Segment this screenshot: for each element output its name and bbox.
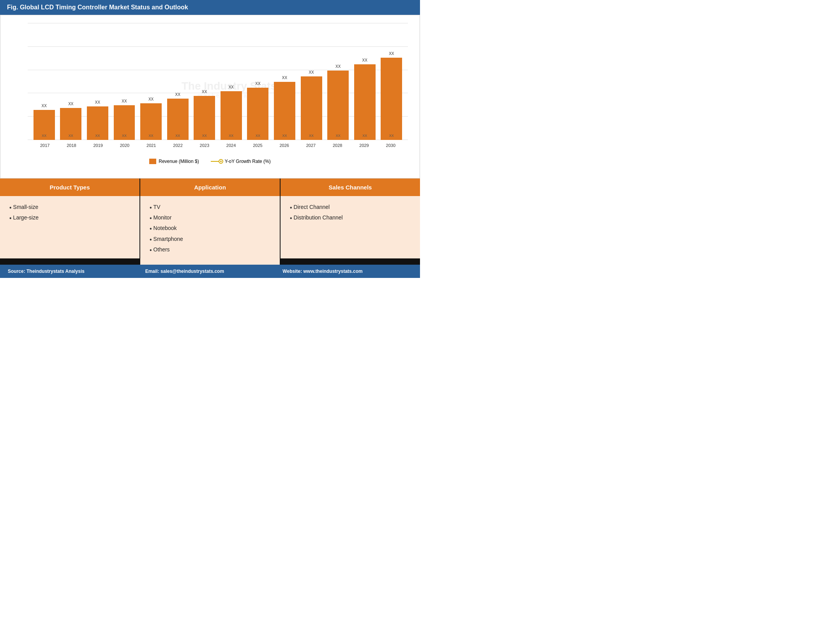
legend-line-label: Y-oY Growth Rate (%) — [225, 159, 271, 164]
x-axis-label: 2028 — [324, 143, 351, 148]
bullet: • — [150, 225, 152, 232]
svg-point-5 — [175, 96, 179, 100]
panel-body-application: •TV•Monitor•Notebook•Smartphone•Others — [140, 196, 280, 265]
svg-point-4 — [148, 101, 152, 104]
x-axis-label: 2021 — [138, 143, 164, 148]
legend-bar-icon — [149, 159, 156, 164]
panel-item-text: Small-size — [13, 204, 39, 210]
x-axis-label: 2030 — [378, 143, 404, 148]
panel-item-text: Notebook — [154, 225, 177, 231]
svg-point-10 — [311, 71, 315, 75]
x-axis-label: 2025 — [244, 143, 271, 148]
bullet: • — [150, 204, 152, 211]
bullet: • — [150, 246, 152, 254]
x-axis-label: 2026 — [271, 143, 298, 148]
panel-item: •Direct Channel — [290, 204, 411, 211]
x-axis-label: 2029 — [351, 143, 377, 148]
x-axis-label: 2027 — [298, 143, 324, 148]
bullet: • — [290, 204, 292, 211]
svg-point-0 — [39, 112, 43, 116]
x-axis-label: 2020 — [111, 143, 138, 148]
panel-item: •Monitor — [150, 214, 270, 222]
legend-line: Y-oY Growth Rate (%) — [211, 159, 271, 164]
footer-source: Source: Theindustrystats Analysis — [8, 269, 138, 274]
panel-item: •Large-size — [9, 214, 130, 222]
footer-email-label: Email: — [145, 269, 159, 274]
panel-sales-channels: Sales Channels•Direct Channel•Distributi… — [281, 179, 420, 265]
panel-item: •Smartphone — [150, 236, 270, 243]
panel-body-sales-channels: •Direct Channel•Distribution Channel — [281, 196, 420, 258]
svg-point-7 — [229, 87, 233, 90]
chart-area: The Industry Stats market research XXXXX… — [0, 15, 420, 179]
panel-item: •Small-size — [9, 204, 130, 211]
panel-item-text: Direct Channel — [294, 204, 330, 210]
panel-item: •Distribution Channel — [290, 214, 411, 222]
legend-bar-label: Revenue (Million $) — [159, 159, 199, 164]
footer-email: Email: sales@theindustrystats.com — [145, 269, 275, 274]
footer: Source: Theindustrystats Analysis Email:… — [0, 265, 420, 278]
chart-legend: Revenue (Million $) Y-oY Growth Rate (%) — [12, 159, 408, 164]
footer-website: Website: www.theindustrystats.com — [282, 269, 412, 274]
panel-item-text: TV — [154, 204, 161, 210]
svg-point-6 — [202, 91, 206, 95]
svg-point-12 — [365, 60, 369, 64]
bullet: • — [9, 204, 12, 211]
panel-header-application: Application — [140, 179, 280, 196]
bottom-panels: Product Types•Small-size•Large-sizeAppli… — [0, 179, 420, 265]
x-axis-label: 2018 — [58, 143, 85, 148]
svg-point-11 — [338, 65, 342, 69]
panel-header-product-types: Product Types — [0, 179, 139, 196]
svg-point-3 — [121, 103, 125, 107]
svg-point-2 — [94, 105, 97, 109]
x-axis-label: 2019 — [85, 143, 111, 148]
footer-email-value: sales@theindustrystats.com — [161, 269, 224, 274]
panel-item: •Notebook — [150, 225, 270, 232]
chart-inner: The Industry Stats market research XXXXX… — [12, 23, 408, 156]
bullet: • — [9, 214, 12, 222]
legend-line-dot — [219, 160, 222, 163]
x-axis-label: 2022 — [164, 143, 191, 148]
x-axis-label: 2017 — [32, 143, 58, 148]
chart-title: Fig. Global LCD Timing Controller Market… — [0, 0, 420, 15]
x-axis-label: 2024 — [218, 143, 244, 148]
svg-point-13 — [392, 56, 396, 60]
svg-point-1 — [67, 108, 71, 111]
legend-line-icon — [211, 160, 222, 163]
panel-item-text: Large-size — [13, 214, 39, 221]
x-axis-label: 2023 — [191, 143, 218, 148]
panel-application: Application•TV•Monitor•Notebook•Smartpho… — [140, 179, 280, 265]
footer-website-label: Website: — [282, 269, 302, 274]
panel-item-text: Smartphone — [154, 236, 183, 242]
panel-item-text: Distribution Channel — [294, 214, 343, 221]
footer-website-value: www.theindustrystats.com — [303, 269, 362, 274]
bullet: • — [150, 236, 152, 243]
svg-point-8 — [257, 83, 261, 87]
line-chart — [28, 23, 408, 140]
x-axis: 2017201820192020202120222023202420252026… — [28, 143, 408, 148]
legend-line-line — [211, 161, 219, 162]
panel-header-sales-channels: Sales Channels — [281, 179, 420, 196]
legend-bar: Revenue (Million $) — [149, 159, 199, 164]
panel-item: •Others — [150, 246, 270, 254]
panel-body-product-types: •Small-size•Large-size — [0, 196, 139, 258]
panel-item-text: Others — [154, 246, 170, 253]
panel-item-text: Monitor — [154, 214, 172, 221]
bullet: • — [290, 214, 292, 222]
panel-product-types: Product Types•Small-size•Large-size — [0, 179, 139, 265]
bullet: • — [150, 214, 152, 222]
panel-item: •TV — [150, 204, 270, 211]
svg-point-9 — [284, 77, 288, 81]
